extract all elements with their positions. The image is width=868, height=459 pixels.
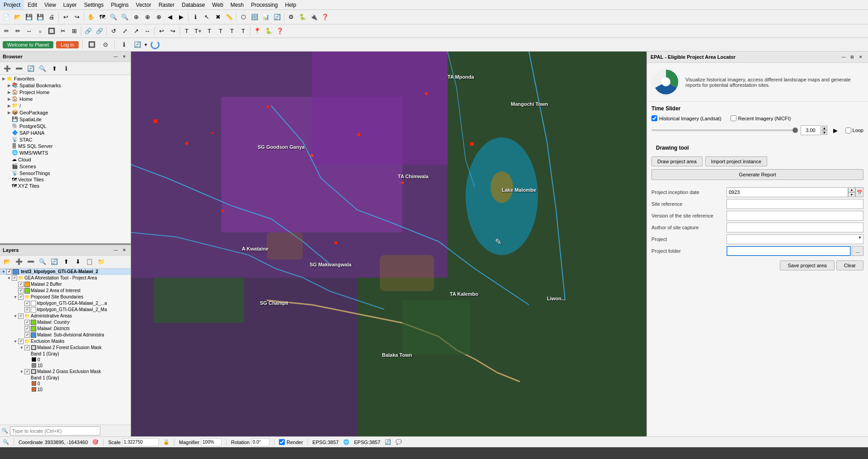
menu-vector[interactable]: Vector (132, 0, 155, 9)
planet-icon-btn[interactable]: 🔲 (86, 39, 97, 50)
layer-duplicate-btn[interactable]: 📋 (84, 256, 95, 267)
map-container[interactable]: TA Mponda Mangochi Town SG Goodson Ganya… (131, 52, 646, 436)
browser-item-home[interactable]: ▶ 🏠 Home (0, 95, 131, 102)
magnifier-input[interactable] (201, 438, 222, 446)
open-project-btn[interactable]: 📂 (12, 12, 23, 23)
browser-item-favorites[interactable]: ▶ ⭐ Favorites (0, 75, 131, 82)
node-tool-btn[interactable]: ⬦ (35, 26, 46, 37)
layer-group-btn[interactable]: 📁 (96, 256, 107, 267)
browser-item-vector-tiles[interactable]: 🗺 Vector Tiles (0, 176, 131, 183)
planet-icon2-btn[interactable]: ⊙ (100, 39, 111, 50)
script-btn[interactable]: 🐍 (263, 26, 274, 37)
python-btn[interactable]: 🐍 (297, 12, 308, 23)
plugin2-btn[interactable]: ❓ (274, 26, 285, 37)
date-down-btn[interactable]: ▼ (848, 192, 855, 197)
layer-item-malawi-subdiv[interactable]: ✓ Malawi: Sub-divisional Administra (0, 332, 131, 338)
layer-checkbox[interactable]: ✓ (24, 301, 30, 306)
layer-checkbox[interactable]: ✓ (24, 326, 30, 331)
browser-minimize-btn[interactable]: — (112, 53, 119, 60)
layer-btn[interactable]: ⬡ (238, 12, 249, 23)
save-as-btn[interactable]: 💾 (35, 12, 46, 23)
browser-item-geopackage[interactable]: ▶ 📦 GeoPackage (0, 109, 131, 116)
layer-checkbox[interactable]: ✓ (18, 282, 24, 287)
loop-checkbox[interactable] (845, 128, 851, 133)
version-input[interactable] (726, 211, 863, 221)
layer-item-forest-band[interactable]: Band 1 (Gray) (0, 351, 131, 357)
layer-item-test3[interactable]: ▼ ✓ test3_ktpolygon_GTI-GEA-Malawi_2 (0, 269, 131, 275)
menu-processing[interactable]: Processing (247, 0, 281, 9)
time-slider-thumb[interactable] (793, 128, 798, 133)
slider-down-btn[interactable]: ▼ (822, 130, 827, 135)
inception-date-input[interactable]: 0923 (726, 187, 848, 197)
move-feature-btn[interactable]: ↔ (24, 26, 34, 37)
layer-item-grass-0[interactable]: 0 (0, 381, 131, 387)
zoom-selection-btn[interactable]: ⊕ (153, 12, 164, 23)
menu-database[interactable]: Database (178, 0, 208, 9)
browser-item-sap-hana[interactable]: 🔷 SAP HANA (0, 129, 131, 136)
flip-btn[interactable]: ↔ (142, 26, 153, 37)
add-feature-btn[interactable]: ✏ (12, 26, 23, 37)
layer-add-btn[interactable]: ➕ (14, 256, 24, 267)
render-checkbox[interactable] (279, 439, 285, 445)
info-btn[interactable]: ℹ (118, 39, 129, 50)
browser-item-scenes[interactable]: 🎬 Scenes (0, 163, 131, 170)
browser-item-mssql[interactable]: 🗄 MS SQL Server (0, 143, 131, 149)
layer-checkbox[interactable]: ✓ (18, 294, 24, 300)
browser-item-wms[interactable]: 🌐 WMS/WMTS (0, 149, 131, 156)
layer-checkbox[interactable]: ✓ (18, 288, 24, 293)
layers-minimize-btn[interactable]: — (112, 246, 119, 254)
refresh-btn[interactable]: 🔄 (272, 12, 283, 23)
locate-input[interactable] (10, 426, 100, 435)
browser-item-postgresql[interactable]: 🐘 PostgreSQL (0, 123, 131, 129)
layer-item-forest-0[interactable]: 0 (0, 357, 131, 363)
layer-move-up-btn[interactable]: ⬆ (61, 256, 71, 267)
browser-item-stac[interactable]: 📡 STAC (0, 136, 131, 143)
clear-btn[interactable]: Clear (836, 260, 863, 270)
save-project-area-btn[interactable]: Save project area (780, 260, 834, 270)
slider-up-btn[interactable]: ▲ (822, 126, 827, 130)
browser-add-btn[interactable]: ➕ (2, 63, 13, 74)
browser-collapse-btn[interactable]: ⬆ (49, 63, 60, 74)
select-btn[interactable]: ↖ (201, 12, 212, 23)
identify-btn[interactable]: ℹ (190, 12, 201, 23)
redo-btn[interactable]: ↪ (71, 12, 82, 23)
layer-checkbox[interactable]: ✓ (24, 345, 30, 350)
advanced-snap-btn[interactable]: 🔗 (94, 26, 105, 37)
layer-checkbox[interactable]: ✓ (24, 320, 30, 325)
epal-minimize-btn[interactable]: — (840, 53, 847, 61)
field-calc-btn[interactable]: 🔢 (249, 12, 260, 23)
author-input[interactable] (726, 222, 863, 232)
layer-reload-btn[interactable]: 🔄 (49, 256, 60, 267)
zoom-in-btn[interactable]: 🔍 (108, 12, 119, 23)
deselect-btn[interactable]: ✖ (212, 12, 223, 23)
zoom-full-btn[interactable]: ⊕ (131, 12, 142, 23)
layer-checkbox[interactable]: ✓ (24, 307, 30, 312)
zoom-prev-btn[interactable]: ◀ (165, 12, 175, 23)
tips-btn[interactable]: ❓ (320, 12, 330, 23)
layer-item-forest-10[interactable]: 10 (0, 363, 131, 369)
layer-item-grass-mask[interactable]: ▼ ✓ 🔲 Malawi 2 Grass Exclusion Mask (0, 369, 131, 375)
scale-input[interactable] (123, 438, 159, 446)
scale-btn[interactable]: ⤢ (119, 26, 130, 37)
layer-item-ktpoly2[interactable]: ✓ ktpolygon_GTI-GEA-Malawi_2_Ma (0, 307, 131, 313)
epal-close-btn[interactable]: ✕ (857, 53, 864, 61)
annotate-btn[interactable]: T (204, 26, 215, 37)
annotate4-btn[interactable]: T (238, 26, 249, 37)
undo-btn[interactable]: ↩ (60, 12, 71, 23)
zoom-layer-btn[interactable]: ⊕ (142, 12, 153, 23)
layer-checkbox[interactable]: ✓ (18, 339, 24, 344)
print-btn[interactable]: 🖨 (46, 12, 57, 23)
layer-item-proposed-site[interactable]: ▼ ✓ 📁 Proposed Site Boundaries (0, 294, 131, 300)
browser-item-spatialite[interactable]: 💾 SpatiaLite (0, 116, 131, 123)
layer-item-malawi-buffer[interactable]: ✓ Malawi 2 Buffer (0, 281, 131, 288)
layer-item-forest-mask[interactable]: ▼ ✓ 🔲 Malawi 2 Forest Exclusion Mask (0, 345, 131, 351)
layer-item-malawi-districts[interactable]: ✓ Malawi: Districts (0, 326, 131, 332)
layer-checkbox[interactable]: ✓ (24, 332, 30, 338)
folder-input[interactable] (726, 246, 851, 256)
planet-refresh-btn[interactable]: 🔄 (132, 39, 143, 50)
recent-checkbox[interactable] (731, 115, 736, 121)
layer-filter-btn[interactable]: 🔍 (37, 256, 48, 267)
measure-btn[interactable]: 📏 (224, 12, 235, 23)
browser-properties-btn[interactable]: ℹ (61, 63, 71, 74)
label-tool-btn[interactable]: T+ (193, 26, 203, 37)
